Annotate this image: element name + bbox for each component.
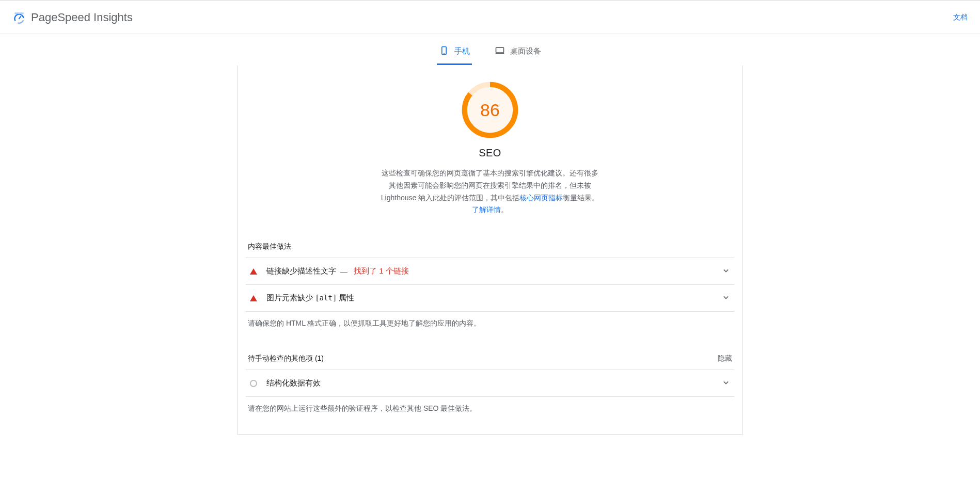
section-title-manual: 待手动检查的其他项 (1) xyxy=(248,354,324,363)
hide-toggle[interactable]: 隐藏 xyxy=(718,354,732,363)
category-description: 这些检查可确保您的网页遵循了基本的搜索引擎优化建议。还有很多其他因素可能会影响您… xyxy=(379,167,601,216)
report-card: 86 SEO 这些检查可确保您的网页遵循了基本的搜索引擎优化建议。还有很多其他因… xyxy=(237,66,743,435)
chevron-down-icon xyxy=(721,265,731,277)
category-title: SEO xyxy=(479,147,501,159)
svg-rect-6 xyxy=(496,47,504,53)
score-value: 86 xyxy=(461,81,519,139)
fail-triangle-icon xyxy=(249,295,258,301)
svg-line-3 xyxy=(19,16,21,18)
app-title: PageSpeed Insights xyxy=(31,11,133,24)
header-left: PageSpeed Insights xyxy=(12,11,133,24)
svg-rect-2 xyxy=(14,12,23,14)
audit-link-text[interactable]: 链接缺少描述性文字 — 找到了 1 个链接 xyxy=(246,258,734,285)
score-gauge: 86 xyxy=(461,81,519,139)
mobile-icon xyxy=(439,45,449,57)
audit-dash: — xyxy=(340,267,347,276)
docs-link[interactable]: 文档 xyxy=(953,13,968,22)
section-note: 请在您的网站上运行这些额外的验证程序，以检查其他 SEO 最佳做法。 xyxy=(246,404,734,413)
audit-suffix: 属性 xyxy=(337,293,354,302)
manual-circle-icon xyxy=(249,380,258,387)
audit-title: 链接缺少描述性文字 xyxy=(266,266,336,276)
fail-triangle-icon xyxy=(249,268,258,275)
audit-prefix: 图片元素缺少 xyxy=(266,293,315,302)
chevron-down-icon xyxy=(721,377,731,389)
pagespeed-logo-icon xyxy=(12,11,26,24)
audit-title: 图片元素缺少 [alt] 属性 xyxy=(266,293,355,303)
desc-text-2: 衡量结果。 xyxy=(563,194,599,202)
audit-structured-data[interactable]: 结构化数据有效 xyxy=(246,370,734,397)
section-note: 请确保您的 HTML 格式正确，以便抓取工具更好地了解您的应用的内容。 xyxy=(246,319,734,328)
chevron-down-icon xyxy=(721,292,731,304)
audit-title: 结构化数据有效 xyxy=(266,378,321,388)
desktop-icon xyxy=(495,45,505,57)
section-title-content: 内容最佳做法 xyxy=(248,242,291,251)
tab-desktop[interactable]: 桌面设备 xyxy=(493,42,543,65)
gauge-section: 86 SEO 这些检查可确保您的网页遵循了基本的搜索引擎优化建议。还有很多其他因… xyxy=(246,81,734,216)
section-content-best-practices: 内容最佳做法 链接缺少描述性文字 — 找到了 1 个链接 图片元素缺少 [alt… xyxy=(246,242,734,328)
audit-extra: 找到了 1 个链接 xyxy=(354,266,409,276)
tab-desktop-label: 桌面设备 xyxy=(510,46,541,56)
link-core-web-vitals[interactable]: 核心网页指标 xyxy=(519,194,563,202)
audit-image-alt[interactable]: 图片元素缺少 [alt] 属性 xyxy=(246,285,734,312)
tab-mobile[interactable]: 手机 xyxy=(437,42,472,65)
header: PageSpeed Insights 文档 xyxy=(0,1,980,34)
section-manual-checks: 待手动检查的其他项 (1) 隐藏 结构化数据有效 请在您的网站上运行这些额外的验… xyxy=(246,354,734,413)
link-learn-more[interactable]: 了解详情 xyxy=(472,205,501,214)
audit-code: [alt] xyxy=(315,294,337,302)
device-tabs: 手机 桌面设备 xyxy=(0,34,980,66)
desc-text-3: 。 xyxy=(501,205,508,214)
tab-mobile-label: 手机 xyxy=(454,46,470,56)
